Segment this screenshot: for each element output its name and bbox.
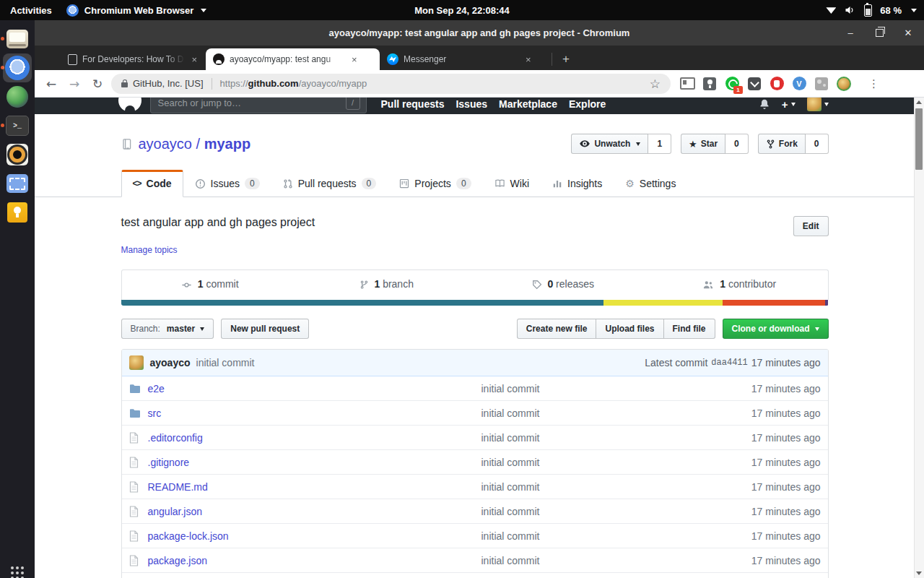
file-name-link[interactable]: angular.json — [148, 506, 203, 517]
extension-reader[interactable] — [679, 76, 695, 92]
new-pull-request-button[interactable]: New pull request — [221, 319, 309, 339]
new-tab-button[interactable]: + — [557, 51, 575, 68]
forward-button[interactable]: → — [64, 73, 85, 95]
extension-adblock[interactable] — [769, 76, 785, 92]
commit-message-link[interactable]: initial commit — [481, 407, 540, 419]
scroll-down-arrow[interactable] — [915, 569, 923, 578]
address-bar[interactable]: GitHub, Inc. [US] https://github.com/ayo… — [111, 74, 671, 94]
security-label[interactable]: GitHub, Inc. [US] — [133, 78, 204, 89]
commit-message-link[interactable]: initial commit — [481, 432, 540, 444]
activities-button[interactable]: Activities — [10, 5, 52, 16]
tab-pull-requests[interactable]: Pull requests 0 — [271, 170, 388, 197]
fork-button[interactable]: Fork — [758, 134, 806, 154]
header-nav-marketplace[interactable]: Marketplace — [499, 98, 557, 110]
clone-or-download-button[interactable]: Clone or download — [723, 319, 829, 339]
reload-button[interactable]: ↻ — [87, 73, 108, 95]
contributors-stat[interactable]: 1 contributor — [651, 270, 828, 300]
tab-projects[interactable]: Projects 0 — [388, 170, 482, 197]
file-name-link[interactable]: .editorconfig — [148, 432, 203, 444]
repo-name-link[interactable]: myapp — [204, 136, 250, 152]
watchers-count[interactable]: 1 — [648, 134, 671, 154]
releases-stat[interactable]: 0 releases — [475, 270, 652, 300]
extension-pocket[interactable] — [746, 76, 762, 92]
header-nav-pull-requests[interactable]: Pull requests — [381, 98, 445, 110]
commit-message-link[interactable]: initial commit — [481, 506, 540, 517]
browser-tab[interactable]: For Developers: How To D × — [61, 48, 206, 70]
create-new-file-button[interactable]: Create new file — [517, 319, 597, 339]
header-nav-explore[interactable]: Explore — [569, 98, 606, 110]
header-nav-issues[interactable]: Issues — [456, 98, 487, 110]
tab-settings[interactable]: ⚙ Settings — [614, 170, 687, 197]
system-tray[interactable]: 68 % — [826, 4, 924, 17]
tab-close-icon[interactable]: × — [350, 54, 359, 65]
browser-tab[interactable]: Messenger × — [380, 48, 550, 70]
find-file-button[interactable]: Find file — [663, 319, 715, 339]
tab-wiki[interactable]: Wiki — [483, 170, 541, 197]
star-button[interactable]: ★ Star — [681, 134, 725, 154]
commit-message-link[interactable]: initial commit — [481, 481, 540, 493]
commit-message-link[interactable]: initial commit — [481, 530, 540, 542]
dock-item-globe[interactable] — [3, 82, 32, 111]
browser-menu-button[interactable]: ⋮ — [864, 77, 884, 90]
file-name-link[interactable]: package.json — [148, 555, 208, 566]
repo-owner-link[interactable]: ayoayco — [139, 136, 193, 152]
dock-item-screenshot[interactable] — [3, 169, 32, 198]
profile-avatar[interactable] — [836, 76, 852, 92]
search-input[interactable] — [157, 98, 346, 109]
back-button[interactable]: ← — [40, 73, 62, 95]
tab-issues[interactable]: Issues 0 — [183, 170, 271, 197]
extension-vimium[interactable]: V — [791, 76, 807, 92]
commit-author-link[interactable]: ayoayco — [150, 357, 191, 368]
extension-lamp[interactable] — [702, 76, 718, 92]
dock-item-notes[interactable] — [3, 198, 32, 227]
avatar[interactable] — [129, 355, 144, 370]
tab-code[interactable]: <> Code — [121, 170, 183, 197]
file-name-link[interactable]: src — [148, 407, 162, 419]
scrollbar-thumb[interactable] — [915, 108, 923, 170]
commit-sha-link[interactable]: daa4411 — [711, 358, 747, 368]
bell-icon[interactable] — [759, 98, 770, 110]
commit-message-link[interactable]: initial commit — [196, 357, 255, 368]
clock[interactable]: Mon Sep 24, 22:08:44 — [414, 5, 510, 16]
branch-selector[interactable]: Branch: master — [121, 319, 214, 339]
extension-grammar[interactable]: 1 — [724, 76, 740, 92]
bookmark-star-icon[interactable]: ☆ — [650, 77, 661, 91]
file-name-link[interactable]: README.md — [148, 481, 208, 493]
edit-button[interactable]: Edit — [793, 216, 829, 236]
restore-button[interactable] — [873, 27, 885, 39]
app-menu-button[interactable]: Chromium Web Browser — [66, 4, 206, 17]
dock-item-chromium[interactable] — [3, 53, 32, 82]
commits-stat[interactable]: 1 commit — [122, 270, 299, 300]
upload-files-button[interactable]: Upload files — [596, 319, 663, 339]
minimize-button[interactable]: – — [845, 27, 856, 39]
unwatch-button[interactable]: Unwatch — [571, 134, 648, 154]
commit-message-link[interactable]: initial commit — [481, 555, 540, 566]
tab-insights[interactable]: Insights — [541, 170, 614, 197]
file-name-link[interactable]: .gitignore — [148, 457, 190, 468]
user-menu[interactable] — [807, 98, 829, 111]
extension-mono[interactable] — [814, 76, 829, 92]
language-bar[interactable] — [121, 300, 829, 306]
stars-count[interactable]: 0 — [725, 134, 749, 154]
github-search[interactable]: / — [150, 98, 367, 113]
create-new-menu[interactable]: + — [782, 98, 796, 111]
github-logo-icon[interactable] — [118, 98, 141, 112]
show-applications-button[interactable] — [11, 566, 14, 569]
dock-item-media[interactable] — [3, 140, 32, 169]
commit-message-link[interactable]: initial commit — [481, 383, 540, 394]
file-name-link[interactable]: e2e — [148, 383, 165, 394]
file-name-link[interactable]: package-lock.json — [148, 530, 229, 542]
page-scrollbar[interactable] — [914, 98, 924, 578]
commit-message-link[interactable]: initial commit — [481, 457, 540, 468]
close-button[interactable]: ✕ — [902, 27, 914, 39]
dock-item-terminal[interactable]: >_ — [3, 111, 32, 140]
manage-topics-link[interactable]: Manage topics — [121, 245, 178, 255]
forks-count[interactable]: 0 — [806, 134, 829, 154]
tab-close-icon[interactable]: × — [524, 54, 533, 65]
tab-close-icon[interactable]: × — [190, 54, 199, 65]
branches-stat[interactable]: 1 branch — [298, 270, 475, 300]
dock-item-files[interactable] — [3, 25, 32, 53]
browser-tab-active[interactable]: ayoayco/myapp: test angu × — [206, 48, 380, 70]
scroll-up-arrow[interactable] — [915, 98, 923, 107]
window-titlebar[interactable]: ayoayco/myapp: test angular app and gh p… — [35, 20, 924, 46]
